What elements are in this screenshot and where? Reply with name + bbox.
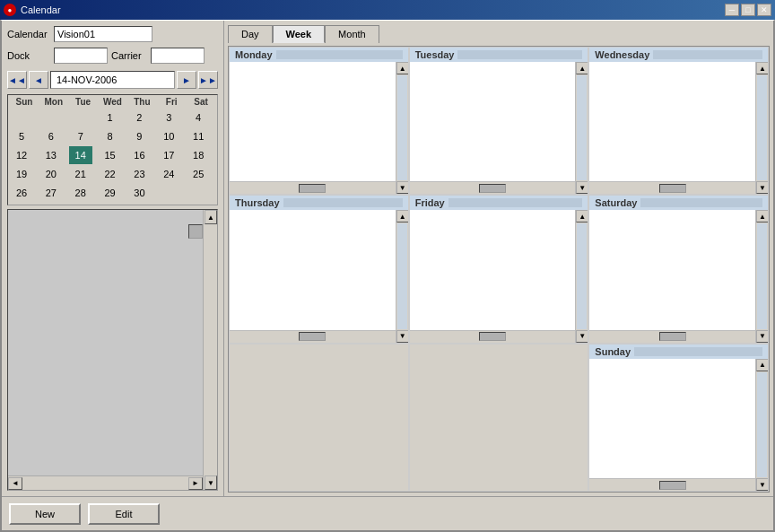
tab-week[interactable]: Week bbox=[273, 25, 326, 43]
tab-day[interactable]: Day bbox=[228, 25, 273, 43]
cal-day[interactable]: 5 bbox=[10, 127, 33, 145]
cal-day[interactable]: 19 bbox=[10, 165, 33, 183]
sunday-content[interactable]: ▲ ▼ bbox=[589, 359, 768, 491]
saturday-vscroll[interactable]: ▲ ▼ bbox=[755, 210, 768, 342]
wednesday-cell: Wednesday ▲ ▼ bbox=[588, 47, 769, 195]
wednesday-hscroll[interactable] bbox=[589, 181, 755, 194]
cal-day[interactable]: 13 bbox=[39, 146, 63, 164]
cal-day[interactable]: 27 bbox=[39, 184, 63, 202]
cal-day[interactable]: 20 bbox=[39, 165, 63, 183]
wednesday-vscroll[interactable]: ▲ ▼ bbox=[755, 62, 768, 194]
thursday-header: Thursday bbox=[230, 196, 408, 210]
cal-day[interactable]: 6 bbox=[39, 127, 63, 145]
monday-vscroll[interactable]: ▲ ▼ bbox=[396, 62, 408, 194]
tuesday-scroll-down[interactable]: ▼ bbox=[576, 181, 588, 194]
wednesday-content[interactable]: ▲ ▼ bbox=[589, 62, 768, 194]
saturday-hscroll-handle[interactable] bbox=[659, 332, 686, 341]
tuesday-hscroll[interactable] bbox=[410, 181, 576, 194]
monday-hscroll-handle[interactable] bbox=[299, 184, 326, 193]
cal-day[interactable]: 24 bbox=[157, 165, 180, 183]
maximize-button[interactable]: □ bbox=[741, 4, 755, 16]
col-fri: Fri bbox=[157, 97, 186, 107]
cal-day[interactable]: 15 bbox=[99, 146, 122, 164]
close-button[interactable]: ✕ bbox=[757, 4, 771, 16]
cal-day[interactable]: 28 bbox=[69, 184, 92, 202]
cal-day[interactable]: 18 bbox=[187, 146, 210, 164]
hscrollbar[interactable]: ◄ ► bbox=[8, 475, 203, 490]
cal-day-selected[interactable]: 14 bbox=[69, 146, 92, 164]
vscrollbar-right[interactable]: ▲ ▼ bbox=[203, 210, 217, 490]
minimize-button[interactable]: ─ bbox=[725, 4, 739, 16]
cal-day[interactable]: 21 bbox=[69, 165, 92, 183]
next-next-btn[interactable]: ►► bbox=[198, 71, 218, 89]
vscroll-handle[interactable] bbox=[188, 224, 203, 239]
monday-hscroll[interactable] bbox=[230, 181, 396, 194]
new-button[interactable]: New bbox=[9, 503, 81, 525]
saturday-hscroll[interactable] bbox=[589, 330, 755, 343]
monday-scroll-down[interactable]: ▼ bbox=[396, 181, 408, 194]
friday-vscroll[interactable]: ▲ ▼ bbox=[575, 210, 588, 342]
wednesday-scroll-down[interactable]: ▼ bbox=[756, 181, 768, 194]
tab-month[interactable]: Month bbox=[325, 25, 379, 43]
scroll-right-btn[interactable]: ► bbox=[188, 477, 203, 490]
saturday-content[interactable]: ▲ ▼ bbox=[589, 210, 768, 342]
cal-day[interactable]: 29 bbox=[99, 184, 122, 202]
col-mon: Mon bbox=[39, 97, 68, 107]
cal-day[interactable]: 7 bbox=[69, 127, 92, 145]
cal-day[interactable]: 11 bbox=[187, 127, 210, 145]
cal-day[interactable]: 3 bbox=[157, 109, 180, 126]
monday-scroll-up[interactable]: ▲ bbox=[396, 62, 408, 74]
event-list[interactable]: ▲ ▼ ◄ ► ▲ ▼ bbox=[7, 209, 218, 491]
cal-day[interactable]: 25 bbox=[187, 165, 210, 183]
saturday-scroll-up[interactable]: ▲ bbox=[756, 210, 768, 222]
wednesday-hscroll-handle[interactable] bbox=[659, 184, 686, 193]
cal-day[interactable]: 16 bbox=[127, 146, 151, 164]
thursday-scroll-down[interactable]: ▼ bbox=[396, 330, 408, 343]
cal-day[interactable]: 4 bbox=[187, 109, 210, 126]
friday-scroll-down[interactable]: ▼ bbox=[576, 330, 588, 343]
sunday-scroll-up[interactable]: ▲ bbox=[756, 359, 768, 371]
cal-day[interactable]: 10 bbox=[157, 127, 180, 145]
friday-hscroll-handle[interactable] bbox=[479, 332, 506, 341]
sunday-scroll-down[interactable]: ▼ bbox=[756, 478, 768, 491]
friday-scroll-up[interactable]: ▲ bbox=[576, 210, 588, 222]
tuesday-content[interactable]: ▲ ▼ bbox=[410, 62, 588, 194]
cal-day[interactable]: 1 bbox=[99, 109, 122, 126]
cal-day[interactable]: 17 bbox=[157, 146, 180, 164]
cal-day[interactable]: 30 bbox=[127, 184, 151, 202]
cal-day[interactable]: 9 bbox=[127, 127, 151, 145]
vscroll-down-btn[interactable]: ▼ bbox=[205, 475, 217, 490]
vscroll-up-btn[interactable]: ▲ bbox=[205, 210, 217, 224]
dock-input[interactable] bbox=[54, 48, 108, 64]
friday-content[interactable]: ▲ ▼ bbox=[410, 210, 588, 342]
prev-btn[interactable]: ◄ bbox=[29, 71, 48, 89]
cal-day[interactable]: 22 bbox=[99, 165, 122, 183]
cal-day[interactable]: 26 bbox=[10, 184, 33, 202]
thursday-content[interactable]: ▲ ▼ bbox=[230, 210, 408, 342]
sunday-vscroll[interactable]: ▲ ▼ bbox=[755, 359, 768, 491]
sunday-hscroll[interactable] bbox=[589, 478, 755, 491]
thursday-scroll-up[interactable]: ▲ bbox=[396, 210, 408, 222]
cal-day[interactable]: 23 bbox=[127, 165, 151, 183]
thursday-hscroll[interactable] bbox=[230, 330, 396, 343]
thursday-hscroll-handle[interactable] bbox=[299, 332, 326, 341]
sunday-hscroll-handle[interactable] bbox=[659, 481, 686, 490]
calendar-input[interactable] bbox=[54, 26, 152, 42]
next-btn[interactable]: ► bbox=[177, 71, 196, 89]
cal-day[interactable]: 8 bbox=[99, 127, 122, 145]
monday-content[interactable]: ▲ ▼ bbox=[230, 62, 408, 194]
edit-button[interactable]: Edit bbox=[88, 503, 160, 525]
tuesday-hscroll-handle[interactable] bbox=[479, 184, 506, 193]
carrier-input[interactable] bbox=[151, 48, 205, 64]
thursday-vscroll[interactable]: ▲ ▼ bbox=[396, 210, 408, 342]
tuesday-scroll-up[interactable]: ▲ bbox=[576, 62, 588, 74]
prev-prev-btn[interactable]: ◄◄ bbox=[7, 71, 27, 89]
tuesday-vscroll[interactable]: ▲ ▼ bbox=[575, 62, 588, 194]
cal-day[interactable]: 12 bbox=[10, 146, 33, 164]
saturday-scroll-down[interactable]: ▼ bbox=[756, 330, 768, 343]
scroll-left-btn[interactable]: ◄ bbox=[8, 477, 22, 490]
cal-day[interactable]: 2 bbox=[127, 109, 151, 126]
thursday-header-bar bbox=[283, 198, 403, 207]
wednesday-scroll-up[interactable]: ▲ bbox=[756, 62, 768, 74]
friday-hscroll[interactable] bbox=[410, 330, 576, 343]
